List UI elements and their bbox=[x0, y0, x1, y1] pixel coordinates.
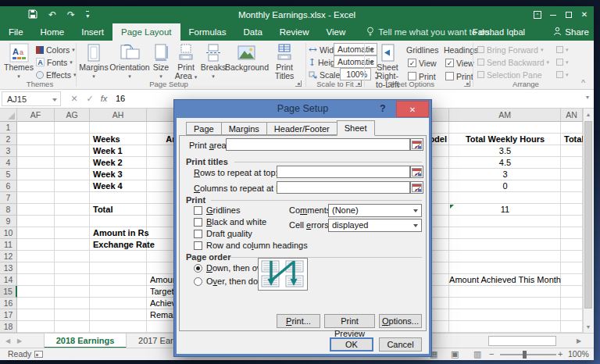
dialog-tab-page[interactable]: Page bbox=[186, 122, 222, 135]
dialog-tab-header-footer[interactable]: Header/Footer bbox=[266, 122, 338, 135]
tab-page-layout[interactable]: Page Layout bbox=[112, 23, 180, 41]
sheet-cell-AH3[interactable]: Week 1 bbox=[93, 145, 123, 157]
row-header-17[interactable]: 17 bbox=[0, 309, 17, 321]
horizontal-scroll-thumb[interactable] bbox=[488, 336, 556, 346]
sheet-cell-AH2[interactable]: Weeks bbox=[93, 134, 120, 145]
formula-enter-icon[interactable]: ✓ bbox=[83, 91, 97, 106]
sheet-cell-AM2[interactable]: Total Weekly Hours bbox=[449, 134, 561, 145]
formula-bar-expand-icon[interactable]: ▾ bbox=[586, 94, 589, 101]
zoom-slider-thumb[interactable] bbox=[523, 351, 527, 359]
vertical-scroll-thumb[interactable] bbox=[584, 121, 592, 309]
align-button[interactable]: ▾ bbox=[556, 44, 569, 55]
vertical-scrollbar[interactable]: ▲ ▼ bbox=[583, 109, 593, 333]
name-box[interactable]: AJ15 bbox=[2, 91, 61, 106]
dialog-help-button[interactable]: ? bbox=[375, 102, 391, 116]
scroll-up-icon[interactable]: ▲ bbox=[584, 109, 593, 120]
macro-record-icon[interactable] bbox=[34, 351, 43, 358]
sheet-cell-AM8[interactable]: 11 bbox=[449, 204, 561, 216]
row-header-3[interactable]: 3 bbox=[0, 145, 17, 157]
rows-repeat-input[interactable] bbox=[277, 166, 410, 178]
column-header-AM[interactable]: AM bbox=[449, 109, 561, 122]
colors-button[interactable]: Colors▾ bbox=[36, 44, 75, 55]
black-and-white-checkbox[interactable]: Black and white bbox=[194, 217, 266, 227]
row-header-14[interactable]: 14 bbox=[0, 274, 17, 286]
zoom-slider[interactable] bbox=[500, 354, 556, 355]
sheet-cell-AH10[interactable]: Amount in Rs bbox=[93, 227, 149, 239]
user-name[interactable]: Farshad Iqbal bbox=[473, 23, 525, 41]
sheet-cell-AN2[interactable]: Total bbox=[564, 134, 583, 145]
view-page-layout-icon[interactable]: ▣ bbox=[451, 348, 459, 360]
zoom-out-icon[interactable]: − bbox=[489, 348, 494, 360]
sheet-cell-AM14[interactable]: Amount Achieved This Month bbox=[449, 274, 561, 286]
row-header-11[interactable]: 11 bbox=[0, 239, 17, 251]
row-header-6[interactable]: 6 bbox=[0, 180, 17, 192]
gridlines-checkbox[interactable]: Gridlines bbox=[194, 205, 240, 215]
sheet-cell-AM5[interactable]: 3 bbox=[449, 169, 561, 180]
gridlines-view-checkbox[interactable]: ✓View bbox=[408, 57, 437, 69]
row-column-headings-checkbox[interactable]: Row and column headings bbox=[194, 241, 308, 250]
scale-to-fit-dialog-launcher-icon[interactable] bbox=[355, 80, 362, 87]
selection-pane-button[interactable]: Selection Pane bbox=[477, 69, 542, 80]
rotate-button[interactable]: ▾ bbox=[556, 69, 569, 80]
row-header-10[interactable]: 10 bbox=[0, 227, 17, 239]
formula-input[interactable]: 16 bbox=[116, 91, 125, 106]
prev-sheet-icon[interactable]: ◀ bbox=[5, 334, 10, 348]
row-header-4[interactable]: 4 bbox=[0, 157, 17, 169]
tab-insert[interactable]: Insert bbox=[73, 23, 112, 41]
headings-view-checkbox[interactable]: ✓View bbox=[445, 57, 474, 69]
row-header-12[interactable]: 12 bbox=[0, 251, 17, 262]
print-preview-button[interactable]: Print Preview bbox=[324, 314, 375, 328]
sheet-cell-AH4[interactable]: Week 2 bbox=[93, 157, 123, 169]
sheet-options-dialog-launcher-icon[interactable] bbox=[464, 80, 470, 87]
print-area-input[interactable] bbox=[226, 138, 410, 151]
tab-review[interactable]: Review bbox=[271, 23, 318, 41]
sheet-tab-2018-earnings[interactable]: 2018 Earnings bbox=[44, 334, 127, 348]
ok-button[interactable]: OK bbox=[330, 337, 373, 352]
collapse-ribbon-icon[interactable]: ^ bbox=[581, 77, 585, 88]
minimize-icon[interactable] bbox=[545, 6, 561, 23]
customize-qat-icon[interactable]: ▾ bbox=[86, 11, 89, 20]
share-button[interactable]: Share bbox=[553, 23, 589, 41]
row-header-7[interactable]: 7 bbox=[0, 192, 17, 204]
tab-formulas[interactable]: Formulas bbox=[180, 23, 235, 41]
row-header-16[interactable]: 16 bbox=[0, 298, 17, 309]
select-all-corner[interactable] bbox=[0, 109, 17, 122]
sheet-cell-AH6[interactable]: Week 4 bbox=[93, 180, 123, 192]
cols-repeat-range-picker-icon[interactable] bbox=[410, 181, 423, 194]
tab-home[interactable]: Home bbox=[32, 23, 73, 41]
row-header-8[interactable]: 8 bbox=[0, 204, 17, 216]
print-button[interactable]: Print... bbox=[277, 314, 320, 328]
column-header-AF[interactable]: AF bbox=[17, 109, 55, 122]
group-objects-button[interactable]: ▾ bbox=[556, 56, 569, 68]
row-header-1[interactable]: 1 bbox=[0, 122, 17, 134]
bring-forward-button[interactable]: Bring Forward▾ bbox=[477, 44, 543, 55]
close-icon[interactable]: ✕ bbox=[577, 6, 592, 23]
dialog-tab-margins[interactable]: Margins bbox=[221, 122, 267, 135]
sheet-cell-AM6[interactable]: 0 bbox=[449, 180, 561, 192]
formula-cancel-icon[interactable]: ✕ bbox=[67, 91, 81, 106]
row-header-13[interactable]: 13 bbox=[0, 262, 17, 274]
send-backward-button[interactable]: Send Backward▾ bbox=[477, 56, 549, 68]
next-sheet-icon[interactable]: ▶ bbox=[17, 334, 22, 348]
scroll-right-icon[interactable]: ▶ bbox=[573, 334, 584, 348]
fonts-button[interactable]: AFonts▾ bbox=[36, 56, 73, 68]
sheet-cell-AH11[interactable]: Exchange Rate bbox=[93, 239, 155, 251]
column-header-AH[interactable]: AH bbox=[90, 109, 147, 122]
comments-dropdown[interactable]: (None) bbox=[328, 204, 422, 217]
insert-function-icon[interactable]: fx bbox=[97, 91, 111, 106]
redo-icon[interactable]: ↷ bbox=[67, 6, 75, 23]
zoom-level[interactable]: 100% bbox=[568, 348, 589, 360]
undo-icon[interactable]: ↶ bbox=[48, 6, 56, 23]
row-header-9[interactable]: 9 bbox=[0, 216, 17, 227]
rows-repeat-range-picker-icon[interactable] bbox=[410, 166, 423, 178]
scroll-down-icon[interactable]: ▼ bbox=[584, 321, 593, 333]
column-header-AG[interactable]: AG bbox=[55, 109, 90, 122]
row-header-18[interactable]: 18 bbox=[0, 321, 17, 333]
view-page-break-icon[interactable]: ▥ bbox=[473, 348, 481, 360]
sheet-cell-AH8[interactable]: Total bbox=[93, 204, 112, 216]
tab-data[interactable]: Data bbox=[235, 23, 271, 41]
sheet-cell-AH5[interactable]: Week 3 bbox=[93, 169, 123, 180]
tab-view[interactable]: View bbox=[318, 23, 355, 41]
save-icon[interactable] bbox=[28, 8, 38, 22]
cell-errors-dropdown[interactable]: displayed bbox=[328, 219, 422, 232]
